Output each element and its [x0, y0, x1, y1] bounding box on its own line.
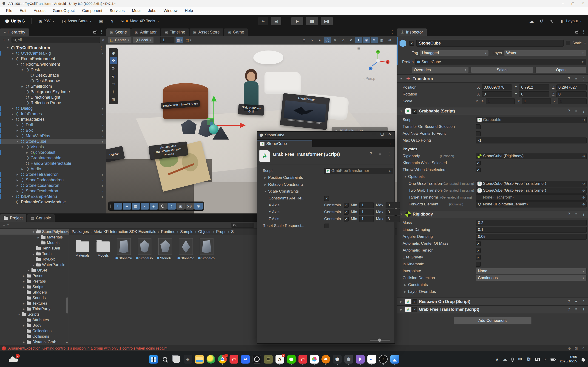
row-scale-constraints[interactable]: ▼Scale Constraints [259, 188, 393, 195]
value-field[interactable]: -1 [476, 137, 587, 143]
expand-arrow-icon[interactable]: ▼ [15, 63, 20, 66]
expand-arrow-icon[interactable]: ▶ [10, 195, 15, 198]
hierarchy-item[interactable]: ▼ ⬡ Desk › ⋮ [0, 67, 106, 73]
row-position-constraints[interactable]: ▶Position Constraints [259, 174, 393, 181]
scene-toolbar-button[interactable]: ◑ [308, 37, 315, 43]
min-field[interactable]: 1 [359, 202, 374, 208]
scene-tool-button[interactable]: ⊞ [110, 96, 117, 103]
floating-window-title-bar[interactable]: ⬢ StoneCube — ▢ ✕ [257, 132, 395, 139]
breadcrumb-item[interactable]: Objects › [198, 230, 214, 234]
gizmo-y-axis[interactable] [214, 101, 214, 126]
create-dropdown[interactable]: ＋▼ [2, 37, 10, 43]
foldout-arrow-icon[interactable]: ▼ [263, 190, 268, 193]
layout-dropdown[interactable]: ◧ Layout ▼ [558, 17, 585, 25]
simulator-button[interactable]: ▣ [271, 17, 281, 25]
expand-arrow-icon[interactable]: ▶ [22, 275, 26, 277]
lock-icon[interactable] [93, 31, 96, 33]
row-script[interactable]: Script#Grabbable⊙ [398, 116, 587, 123]
checkbox[interactable] [476, 262, 481, 267]
foldout-arrow-icon[interactable]: ▶ [263, 183, 268, 186]
expand-arrow-icon[interactable]: ▶ [26, 269, 31, 272]
checkbox[interactable]: ✓ [324, 196, 329, 201]
kebab-icon[interactable]: ⋮ [581, 77, 587, 81]
kebab-icon[interactable]: ⋮ [581, 300, 587, 304]
expand-arrow-icon[interactable]: ▶ [15, 129, 20, 132]
component-header-transform[interactable]: ▼✛Transform?≡⋮ [397, 75, 588, 83]
package-manager-button[interactable]: ▣ [96, 17, 105, 25]
taskbar-app-icon[interactable] [287, 355, 295, 364]
hierarchy-item[interactable]: ▼ ⬡ Visuals › ⋮ [0, 144, 106, 150]
checkbox[interactable]: ✓ [476, 241, 481, 246]
prefab-chevron-icon[interactable]: › [102, 173, 103, 176]
checkbox[interactable]: ✓ [476, 248, 481, 253]
meta-xr-tools-dropdown[interactable]: ∞ Meta XR Tools ▼ [118, 17, 162, 25]
vector-field-x[interactable]: 0.06097078 [482, 84, 512, 91]
breadcrumb-item[interactable]: S › [231, 230, 234, 234]
increment-snap-toggle[interactable]: ▤▼ [185, 37, 192, 43]
row-one-grab-transformer[interactable]: One Grab Transformer(Generated if missin… [398, 180, 587, 187]
close-button[interactable]: ✕ [578, 0, 588, 7]
expand-arrow-icon[interactable]: ▶ [10, 52, 15, 55]
expand-arrow-icon[interactable]: ▶ [22, 280, 26, 283]
icon-size-slider[interactable] [370, 340, 390, 341]
tab-stonecube[interactable]: # StoneCube [257, 140, 312, 147]
preset-icon[interactable]: ≡ [573, 109, 579, 113]
taskbar-app-icon[interactable]: yd [298, 355, 307, 364]
hierarchy-item[interactable]: ⬡ Directional Light › ⋮ [0, 95, 106, 100]
volume-icon[interactable]: ♪ [544, 357, 546, 361]
component-header-grabbable-script[interactable]: ▼#✓Grabbable (Script)?≡⋮ [397, 107, 588, 115]
version-control-button[interactable]: ⋔ [107, 17, 116, 25]
object-picker-icon[interactable]: ⊙ [389, 169, 391, 173]
add-component-button[interactable]: Add Component [454, 317, 532, 324]
x-axis-ball[interactable]: x [386, 60, 389, 64]
kebab-icon[interactable]: ⋮ [390, 29, 394, 34]
project-folder-item[interactable]: ▶ Textures [0, 301, 69, 306]
hierarchy-item[interactable]: ⬡ GrabInteractable › ⋮ [0, 155, 106, 161]
hierarchy-item[interactable]: ▶ ⬡ Doll › ⋮ [0, 122, 106, 128]
preset-icon[interactable]: ≡ [573, 212, 579, 216]
expand-arrow-icon[interactable]: ▶ [15, 184, 20, 187]
center-tab[interactable]: ▣ Game [224, 28, 248, 36]
row-script[interactable]: Script#GrabFreeTransformer⊙ [259, 167, 393, 174]
scene-toolbar-button[interactable]: ✳ [332, 37, 339, 43]
hierarchy-item[interactable]: ▶ ⬡ ISDKExampleMenu › ⋮ [0, 194, 106, 199]
hierarchy-item[interactable]: ▶ ⬡ StoneTetrahedron › ⋮ [0, 172, 106, 177]
asset-item[interactable]: ⬢ StoneIc... [157, 238, 174, 260]
vector-field-y[interactable]: 1 [522, 98, 551, 104]
hierarchy-item[interactable]: ▶ ⬡ InfoFrames › ⋮ [0, 111, 106, 117]
project-folder-item[interactable]: ▶ Materials [0, 234, 69, 240]
hierarchy-item[interactable]: ▶ ⬡ Dialog › ⋮ [0, 106, 106, 111]
row-use-gravity[interactable]: Use Gravity✓ [398, 254, 587, 261]
project-folder-item[interactable]: ToyBox [0, 257, 69, 262]
min-field[interactable]: 1 [359, 209, 374, 215]
static-checkbox[interactable] [566, 41, 570, 45]
asset-store-dropdown[interactable]: ◳ Asset Store ▼ [59, 17, 95, 25]
row-layer-overrides[interactable]: ▶Layer Overrides [398, 288, 587, 295]
expand-arrow-icon[interactable]: ▶ [15, 179, 20, 181]
slider-knob[interactable] [378, 339, 381, 342]
prefab-chevron-icon[interactable]: › [102, 51, 103, 55]
taskbar-app-icon[interactable]: ∞ [367, 355, 376, 364]
component-header-grab-free-transformer[interactable]: # Grab Free Transformer (Script) ? ≡ ⋮ [257, 147, 395, 165]
row-two-grab-transformer[interactable]: Two Grab Transformer(Generated if missin… [398, 187, 587, 194]
tab-project[interactable]: Project [0, 214, 27, 222]
scene-picker-icon[interactable]: ⧈ [102, 38, 104, 42]
checkbox[interactable]: ✓ [476, 161, 481, 166]
object-field[interactable]: #GrabFreeTransformer⊙ [324, 168, 393, 174]
create-dropdown[interactable]: ＋▼ [2, 222, 9, 228]
help-icon[interactable]: ? [566, 109, 572, 113]
expand-arrow-icon[interactable]: ▶ [15, 124, 20, 126]
checkbox[interactable] [324, 224, 329, 228]
project-folder-item[interactable]: ▶ Prefabs [0, 279, 69, 284]
project-folder-item[interactable]: ▶ DistanceGrab [0, 339, 69, 345]
expand-arrow-icon[interactable]: ▶ [15, 173, 20, 176]
play-button[interactable]: ▶ [291, 17, 303, 25]
row-z-axis[interactable]: Z AxisConstrain✓Min1Max3 [259, 216, 393, 222]
project-folder-item[interactable]: ▶ Body [0, 323, 69, 328]
hierarchy-item[interactable]: ▶ ⬡ StoneDodecahedron › ⋮ [0, 177, 106, 183]
checkbox[interactable]: ✓ [412, 299, 417, 304]
row-target-transform[interactable]: Target Transform(Generated if missing)No… [398, 194, 587, 201]
scene-toolbar-button[interactable]: ⊛ [387, 37, 393, 43]
checkbox[interactable]: ✓ [344, 203, 349, 208]
maximize-button[interactable]: ▢ [568, 0, 578, 7]
